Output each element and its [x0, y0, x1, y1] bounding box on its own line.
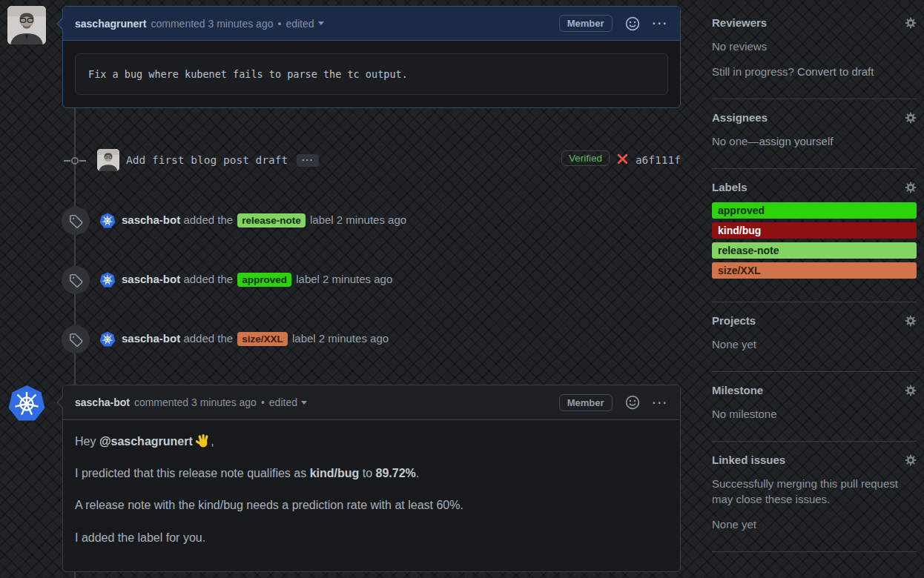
text-segment: to	[359, 467, 375, 479]
text-segment: 89.72%	[376, 467, 416, 479]
chevron-down-icon	[301, 401, 307, 405]
event-tail: label 2 minutes ago	[310, 213, 406, 226]
event-label-badge[interactable]: release-note	[237, 213, 306, 227]
text-segment: I predicted that this release note quali…	[75, 467, 310, 479]
event-label-badge[interactable]: approved	[237, 273, 291, 287]
gear-icon[interactable]	[905, 454, 917, 466]
sidebar-label-release-note[interactable]: release-note	[712, 242, 917, 259]
text-segment: I added the label for you.	[75, 531, 205, 544]
section-title: Reviewers	[712, 16, 767, 29]
sidebar-section-projects: Projects None yet	[712, 314, 917, 372]
comment-author-name[interactable]: saschagrunert	[75, 18, 146, 30]
event-tail: label 2 minutes ago	[296, 273, 392, 285]
comment-author: saschagrunert commented 3 minutes ago • …	[62, 6, 681, 108]
label-event: sascha-bot added the size/XXL label 2 mi…	[62, 325, 681, 355]
bot-avatar[interactable]	[99, 272, 116, 288]
event-actor[interactable]: sascha-bot	[122, 213, 180, 226]
bot-avatar-large[interactable]	[7, 385, 46, 423]
bot-avatar[interactable]	[99, 213, 116, 229]
edited-label: edited	[269, 396, 297, 408]
sidebar: Reviewers No reviews Still in progress? …	[712, 16, 917, 564]
commit-expand-button[interactable]: ···	[297, 154, 319, 167]
section-title: Projects	[712, 314, 756, 327]
text-segment: kind/bug	[310, 467, 360, 479]
gear-icon[interactable]	[905, 17, 917, 29]
section-title: Linked issues	[712, 454, 785, 466]
comment-author-name[interactable]: sascha-bot	[75, 396, 130, 408]
reviewers-empty: No reviews	[712, 39, 917, 54]
author-avatar[interactable]	[7, 6, 46, 44]
pr-conversation-page: saschagrunert commented 3 minutes ago • …	[0, 0, 924, 578]
member-badge: Member	[559, 394, 613, 411]
bot-avatar[interactable]	[99, 331, 116, 348]
convert-to-draft-link[interactable]: Convert to draft	[797, 65, 874, 78]
tag-icon	[62, 325, 90, 353]
code-block: Fix a bug where kubenet fails to parse t…	[75, 53, 668, 95]
gear-icon[interactable]	[905, 315, 917, 327]
section-title: Labels	[712, 181, 748, 193]
sidebar-section-milestone: Milestone No milestone	[712, 384, 917, 442]
tag-icon	[62, 207, 90, 235]
comment-timestamp: commented 3 minutes ago	[151, 18, 273, 30]
comment-header: saschagrunert commented 3 minutes ago • …	[63, 7, 680, 41]
draft-hint-text: Still in progress?	[712, 65, 794, 78]
dot-separator: •	[261, 396, 265, 408]
gear-icon[interactable]	[905, 385, 917, 396]
event-tail: label 2 minutes ago	[292, 332, 389, 345]
label-event: sascha-bot added the approved label 2 mi…	[62, 266, 681, 296]
sidebar-label-size-xxl[interactable]: size/XXL	[712, 262, 917, 279]
git-commit-icon	[63, 153, 87, 171]
event-action: added the	[183, 213, 233, 226]
failed-check-x-icon[interactable]	[617, 153, 628, 167]
sidebar-section-assignees: Assignees No one—assign yourself	[712, 111, 917, 169]
dot-separator: •	[277, 18, 281, 30]
text-segment: .	[416, 467, 419, 479]
event-action: added the	[183, 332, 233, 345]
member-badge: Member	[559, 15, 613, 32]
kubernetes-logo-icon	[7, 385, 46, 423]
projects-empty: None yet	[712, 336, 917, 352]
event-actor[interactable]: sascha-bot	[122, 273, 180, 285]
edited-dropdown[interactable]: edited	[269, 396, 307, 408]
section-title: Assignees	[712, 111, 768, 124]
kebab-menu-button[interactable]: ···	[653, 17, 668, 30]
sidebar-section-reviewers: Reviewers No reviews Still in progress? …	[712, 16, 917, 99]
text-segment: Hey	[75, 435, 99, 448]
person-portrait-icon	[97, 149, 119, 171]
tag-icon	[62, 266, 90, 294]
user-mention-link[interactable]: @saschagrunert	[99, 435, 193, 448]
sidebar-label-kind-bug[interactable]: kind/bug	[712, 222, 917, 239]
section-title: Milestone	[712, 384, 763, 396]
sidebar-label-approved[interactable]: approved	[712, 202, 917, 219]
comment-body: Hey @saschagrunert ,I predicted that thi…	[63, 420, 680, 557]
add-reaction-button[interactable]	[625, 395, 640, 410]
kebab-menu-button[interactable]: ···	[653, 396, 668, 409]
edited-label: edited	[286, 18, 314, 30]
commit-message-link[interactable]: Add first blog post draft	[126, 154, 288, 166]
wave-emoji	[196, 435, 211, 448]
milestone-empty: No milestone	[712, 406, 917, 422]
event-label-badge[interactable]: size/XXL	[237, 332, 288, 346]
comment-paragraph: Hey @saschagrunert ,	[75, 434, 668, 448]
smiley-icon	[625, 395, 640, 410]
event-actor[interactable]: sascha-bot	[122, 332, 180, 345]
edited-dropdown[interactable]: edited	[286, 18, 323, 30]
event-action: added the	[183, 273, 233, 285]
verified-badge[interactable]: Verified	[561, 150, 610, 166]
commit-event: Add first blog post draft ··· Verified a…	[62, 147, 681, 176]
comment-header: sascha-bot commented 3 minutes ago • edi…	[63, 385, 680, 420]
commit-hash-link[interactable]: a6f111f	[636, 154, 681, 166]
gear-icon[interactable]	[905, 182, 917, 193]
comment-bot: sascha-bot commented 3 minutes ago • edi…	[62, 385, 681, 572]
text-segment: ,	[211, 435, 214, 448]
assign-yourself-link[interactable]: assign yourself	[759, 135, 833, 147]
commit-author-avatar[interactable]	[97, 149, 119, 171]
sidebar-section-linked-issues: Linked issues Successfully merging this …	[712, 454, 917, 552]
sidebar-section-labels: Labels approved kind/bug release-note si…	[712, 181, 917, 302]
comment-body: Fix a bug where kubenet fails to parse t…	[63, 41, 680, 107]
assignees-empty-text: No one—	[712, 135, 759, 147]
add-reaction-button[interactable]	[625, 16, 640, 31]
person-portrait-icon	[7, 6, 46, 44]
comment-paragraph: I added the label for you.	[75, 531, 668, 545]
gear-icon[interactable]	[905, 112, 917, 124]
